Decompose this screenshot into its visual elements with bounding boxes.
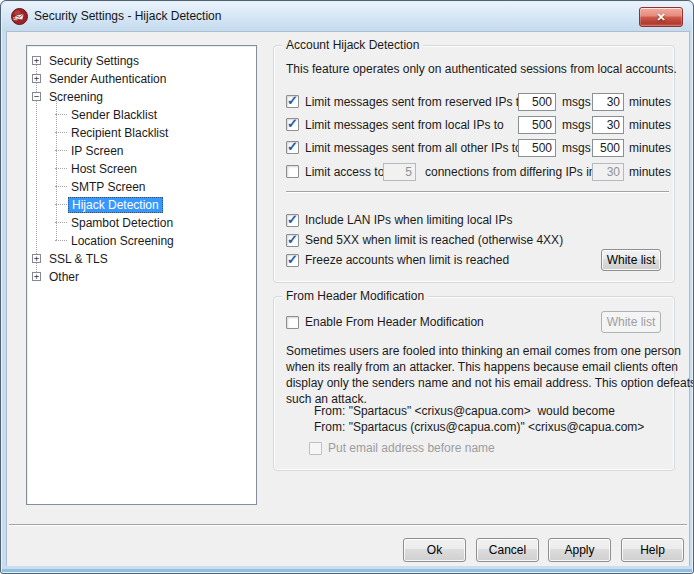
tree-item-host-screen[interactable]: Host Screen [27, 160, 252, 178]
apply-button[interactable]: Apply [548, 538, 611, 562]
cancel-button[interactable]: Cancel [476, 538, 539, 562]
expander-minus-icon[interactable]: − [32, 92, 41, 101]
expander-plus-icon[interactable]: + [32, 254, 41, 263]
checkmark-icon: ✓ [287, 139, 298, 154]
checkmark-icon: ✓ [287, 116, 298, 131]
include-lan-ips-row: ✓ Include LAN IPs when limiting local IP… [286, 213, 512, 231]
help-button[interactable]: Help [621, 538, 684, 562]
connections-minutes-input [592, 163, 624, 181]
other-minutes-input[interactable] [592, 139, 624, 157]
from-header-description-line: Sometimes users are fooled into thinking… [286, 343, 681, 359]
tree-item-security-settings[interactable]: + Security Settings [27, 52, 252, 70]
freeze-accounts-checkbox[interactable]: ✓ [286, 254, 299, 267]
from-header-example-after: From: "Spartacus (crixus@capua.com)" <cr… [314, 419, 644, 435]
reserved-minutes-input[interactable] [592, 93, 624, 111]
from-header-description-line: when its really from an attacker. This h… [286, 359, 678, 375]
expander-plus-icon[interactable]: + [32, 56, 41, 65]
enable-from-header-row: Enable From Header Modification [286, 315, 484, 333]
tree-item-screening[interactable]: − Screening [27, 88, 252, 106]
settings-tree: + Security Settings + Sender Authenticat… [26, 45, 257, 505]
other-msgs-input[interactable] [518, 139, 556, 157]
hijack-intro-text: This feature operates only on authentica… [286, 62, 677, 76]
freeze-accounts-row: ✓ Freeze accounts when limit is reached [286, 253, 509, 271]
selected-tree-item-label: Hijack Detection [68, 197, 163, 213]
group-title: From Header Modification [282, 289, 428, 303]
limit-access-checkbox[interactable] [286, 165, 299, 178]
expander-plus-icon[interactable]: + [32, 272, 41, 281]
limit-other-ips-row: ✓ Limit messages sent from all other IPs… [286, 140, 671, 158]
tree-item-smtp-screen[interactable]: SMTP Screen [27, 178, 252, 196]
footer-separator [9, 524, 687, 526]
checkmark-icon: ✓ [287, 212, 298, 227]
enable-from-header-checkbox[interactable] [286, 316, 299, 329]
expander-plus-icon[interactable]: + [32, 74, 41, 83]
limit-access-row: Limit access to connections from differi… [286, 164, 671, 182]
tree-item-ssl-tls[interactable]: + SSL & TLS [27, 250, 252, 268]
connections-input [383, 163, 416, 181]
limit-reserved-ips-row: ✓ Limit messages sent from reserved IPs … [286, 94, 671, 112]
tree-item-ip-screen[interactable]: IP Screen [27, 142, 252, 160]
tree-item-location-screening[interactable]: Location Screening [27, 232, 252, 250]
tree-item-sender-blacklist[interactable]: Sender Blacklist [27, 106, 252, 124]
include-lan-ips-checkbox[interactable]: ✓ [286, 214, 299, 227]
checkmark-icon: ✓ [287, 232, 298, 247]
send-5xx-row: ✓ Send 5XX when limit is reached (otherw… [286, 233, 563, 251]
checkmark-icon: ✓ [287, 93, 298, 108]
reserved-msgs-input[interactable] [518, 93, 556, 111]
ok-button[interactable]: Ok [403, 538, 466, 562]
put-email-before-name-checkbox [309, 442, 322, 455]
send-5xx-checkbox[interactable]: ✓ [286, 234, 299, 247]
put-email-before-name-row: Put email address before name [309, 441, 495, 459]
tree-item-recipient-blacklist[interactable]: Recipient Blacklist [27, 124, 252, 142]
tree-item-other[interactable]: + Other [27, 268, 252, 286]
limit-other-ips-checkbox[interactable]: ✓ [286, 141, 299, 154]
local-minutes-input[interactable] [592, 116, 624, 134]
checkmark-icon: ✓ [287, 252, 298, 267]
from-header-example-before: From: "Spartacus" <crixus@capua.com> wou… [314, 403, 615, 419]
group-title: Account Hijack Detection [282, 38, 423, 52]
white-list-button-from-header: White list [601, 311, 661, 333]
local-msgs-input[interactable] [518, 116, 556, 134]
from-header-description-line: display only the senders name and not hi… [286, 375, 694, 391]
dialog-window: Security Settings - Hijack Detection ✕ +… [0, 0, 694, 574]
tree-item-sender-authentication[interactable]: + Sender Authentication [27, 70, 252, 88]
white-list-button-hijack[interactable]: White list [601, 249, 661, 271]
limit-local-ips-row: ✓ Limit messages sent from local IPs to … [286, 117, 671, 135]
tree-item-hijack-detection[interactable]: Hijack Detection [27, 196, 252, 214]
limit-local-ips-checkbox[interactable]: ✓ [286, 118, 299, 131]
tree-item-spambot-detection[interactable]: Spambot Detection [27, 214, 252, 232]
group-separator [286, 191, 669, 193]
limit-reserved-ips-checkbox[interactable]: ✓ [286, 95, 299, 108]
